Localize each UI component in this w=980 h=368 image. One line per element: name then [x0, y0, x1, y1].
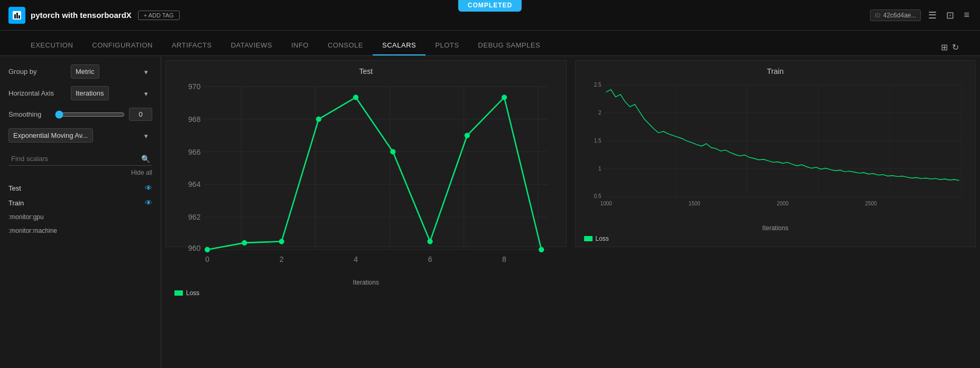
scalar-monitor-gpu-label: :monitor:gpu	[8, 213, 44, 221]
test-chart-panel: Test	[165, 60, 567, 247]
tab-debug-samples[interactable]: DEBUG SAMPLES	[468, 36, 550, 55]
compare-button[interactable]: ⊡	[944, 7, 956, 23]
test-chart-svg: 970 968 966 964 962 960	[170, 80, 562, 277]
tab-plots[interactable]: PLOTS	[426, 36, 468, 55]
train-loss-legend-color	[584, 236, 593, 241]
grid-view-button[interactable]: ⊞	[941, 42, 948, 52]
scalar-train-eye-icon[interactable]: 👁	[145, 199, 152, 207]
task-id-badge: ID 42c6d4ae...	[870, 10, 921, 21]
svg-point-24	[316, 117, 321, 122]
group-by-row: Group by Metric None	[8, 64, 152, 79]
smoothing-value-input[interactable]	[129, 108, 152, 121]
test-chart-svg-container: 970 968 966 964 962 960	[170, 80, 562, 277]
svg-text:1: 1	[598, 166, 602, 172]
list-view-button[interactable]: ☰	[926, 7, 939, 23]
nav-right-actions: ⊞ ↻	[941, 42, 959, 55]
charts-row: Test	[161, 56, 980, 251]
test-chart-legend: Loss	[170, 286, 562, 297]
horizontal-axis-select[interactable]: Iterations Time Epochs	[71, 86, 109, 100]
svg-text:2500: 2500	[865, 201, 876, 206]
hide-all-row: Hide all	[8, 169, 152, 176]
tab-info[interactable]: INFO	[282, 36, 318, 55]
svg-text:1000: 1000	[600, 201, 612, 206]
scalar-test-label: Test	[8, 184, 21, 192]
svg-text:0: 0	[205, 255, 209, 263]
test-chart-title: Test	[170, 67, 562, 76]
exp-moving-row: Exponential Moving Av... None	[8, 128, 152, 143]
svg-text:1500: 1500	[688, 201, 700, 206]
tab-console[interactable]: CONSOLE	[318, 36, 373, 55]
scalar-item-train[interactable]: Train 👁	[8, 195, 152, 210]
charts-area: Test	[161, 56, 980, 368]
app-logo	[8, 7, 25, 24]
find-scalars-container: 🔍	[8, 152, 152, 166]
test-x-axis-label: Iterations	[170, 279, 562, 286]
svg-text:2: 2	[598, 110, 602, 116]
svg-point-27	[427, 239, 432, 244]
scalar-item-monitor-gpu[interactable]: :monitor:gpu	[8, 210, 152, 224]
svg-point-25	[353, 95, 358, 100]
tab-artifacts[interactable]: ARTIFACTS	[162, 36, 221, 55]
svg-text:2: 2	[280, 255, 284, 263]
svg-text:1.5: 1.5	[594, 138, 601, 144]
horizontal-axis-row: Horizontal Axis Iterations Time Epochs	[8, 86, 152, 100]
tab-configuration[interactable]: CONFIGURATION	[82, 36, 162, 55]
top-bar: pytorch with tensorboardX + ADD TAG COMP…	[0, 0, 980, 31]
svg-text:8: 8	[502, 255, 506, 263]
horizontal-axis-select-wrapper: Iterations Time Epochs	[71, 86, 152, 100]
main-content: Group by Metric None Horizontal Axis Ite…	[0, 56, 980, 368]
train-chart-legend: Loss	[580, 232, 972, 242]
svg-text:6: 6	[428, 255, 432, 263]
svg-rect-2	[16, 13, 18, 18]
svg-point-30	[539, 247, 544, 252]
more-options-button[interactable]: ≡	[961, 7, 972, 23]
svg-text:2000: 2000	[776, 201, 788, 206]
group-by-select[interactable]: Metric None	[71, 64, 99, 79]
top-right-actions: ID 42c6d4ae... ☰ ⊡ ≡	[870, 7, 972, 23]
scalar-item-test[interactable]: Test 👁	[8, 181, 152, 195]
refresh-button[interactable]: ↻	[952, 42, 959, 52]
test-loss-legend-label: Loss	[186, 289, 199, 297]
group-by-select-wrapper: Metric None	[71, 64, 152, 79]
scalar-train-label: Train	[8, 199, 24, 207]
id-value: 42c6d4ae...	[883, 12, 917, 19]
smoothing-slider[interactable]	[55, 110, 125, 119]
sidebar: Group by Metric None Horizontal Axis Ite…	[0, 56, 161, 368]
hide-all-button[interactable]: Hide all	[131, 169, 152, 176]
id-label: ID	[875, 12, 881, 18]
svg-text:966: 966	[188, 148, 201, 156]
svg-text:0.5: 0.5	[594, 193, 601, 199]
tab-dataviews[interactable]: DATAVIEWS	[221, 36, 282, 55]
svg-point-22	[242, 240, 247, 246]
svg-text:964: 964	[188, 180, 201, 188]
scalar-item-monitor-machine[interactable]: :monitor:machine	[8, 224, 152, 238]
svg-point-29	[502, 95, 507, 100]
completed-badge: COMPLETED	[458, 0, 522, 12]
svg-text:968: 968	[188, 115, 201, 124]
scalar-monitor-machine-label: :monitor:machine	[8, 227, 57, 234]
scalar-test-eye-icon[interactable]: 👁	[145, 184, 152, 192]
svg-text:2.5: 2.5	[594, 82, 601, 88]
train-chart-svg: 2.5 2 1.5 1 0.5 1000 1500 2000 2500	[580, 80, 972, 222]
svg-point-26	[390, 149, 395, 154]
find-scalars-search-button[interactable]: 🔍	[141, 155, 150, 163]
svg-point-23	[279, 239, 284, 244]
exp-moving-select[interactable]: Exponential Moving Av... None	[8, 128, 93, 143]
exp-moving-select-wrapper: Exponential Moving Av... None	[8, 128, 152, 143]
svg-rect-1	[14, 14, 16, 18]
svg-rect-3	[19, 15, 20, 18]
train-chart-svg-container: 2.5 2 1.5 1 0.5 1000 1500 2000 2500	[580, 80, 972, 222]
svg-point-21	[205, 247, 210, 252]
app-title: pytorch with tensorboardX	[31, 11, 132, 20]
train-loss-legend-label: Loss	[596, 235, 609, 242]
smoothing-label: Smoothing	[8, 110, 51, 118]
svg-text:970: 970	[188, 82, 201, 91]
find-scalars-input[interactable]	[8, 152, 152, 166]
horizontal-axis-label: Horizontal Axis	[8, 89, 67, 97]
smoothing-row: Smoothing	[8, 108, 152, 121]
tab-execution[interactable]: EXECUTION	[21, 36, 82, 55]
nav-tabs: EXECUTION CONFIGURATION ARTIFACTS DATAVI…	[0, 31, 980, 56]
train-chart-title: Train	[580, 67, 972, 76]
tab-scalars[interactable]: SCALARS	[373, 36, 426, 55]
add-tag-button[interactable]: + ADD TAG	[138, 11, 180, 20]
